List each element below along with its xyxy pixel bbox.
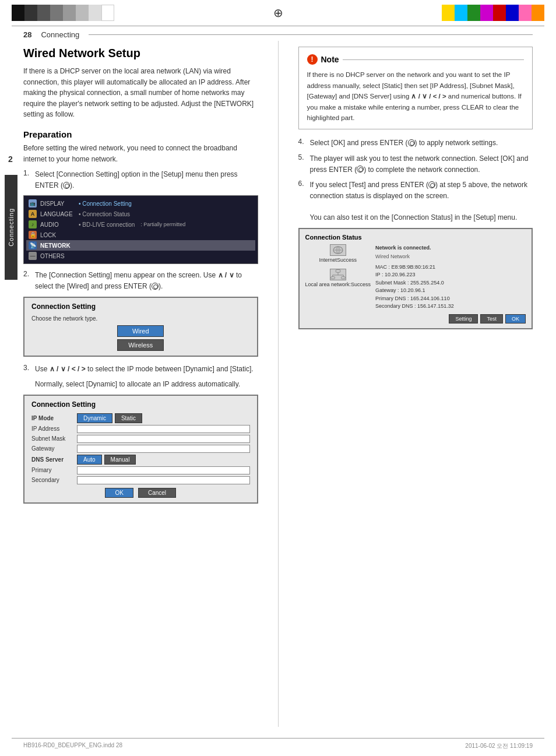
menu-row-lock: 🔒 LOCK xyxy=(26,230,255,240)
step-4: 4. Select [OK] and press ENTER () to app… xyxy=(298,138,533,149)
menu-row-language: A LANGUAGE • Connection Status xyxy=(26,209,255,219)
cancel-button[interactable]: Cancel xyxy=(138,488,176,498)
setting-button[interactable]: Setting xyxy=(449,314,478,324)
svg-rect-6 xyxy=(341,276,345,279)
conn-status-screenshot: Connection Status InternetSuccess xyxy=(298,228,533,329)
dns-server-row: DNS Server Auto Manual xyxy=(31,455,250,465)
color-swatch-pink xyxy=(519,5,532,21)
subnet-input[interactable] xyxy=(77,435,250,443)
page-header: 28 Connecting xyxy=(23,30,533,39)
conn-setting-choose: Choose the network type. xyxy=(31,315,250,322)
enter-circle-icon xyxy=(63,182,70,189)
menu-row-network: 📡 NETWORK xyxy=(26,240,255,251)
internet-icon xyxy=(330,244,346,256)
setup-menu-screenshot: 📺 DISPLAY • Connection Setting A LANGUAG… xyxy=(23,195,258,264)
dns-label: DNS Server xyxy=(31,456,72,463)
color-swatch-orange xyxy=(532,5,544,21)
page-footer: HB916-RD0_BDEUPPK_ENG.indd 28 2011-06-02… xyxy=(23,742,533,750)
footer-filename: HB916-RD0_BDEUPPK_ENG.indd 28 xyxy=(23,742,122,750)
step-1-text: Select [Connection Setting] option in th… xyxy=(35,169,258,191)
ip-mode-label: IP Mode xyxy=(31,415,72,421)
primary-input[interactable] xyxy=(77,466,250,474)
ip-address-row: IP Address xyxy=(31,425,250,433)
color-bar-left xyxy=(12,5,114,21)
subnet-row: Subnet Mask xyxy=(31,435,250,443)
page-section: Connecting xyxy=(41,30,79,39)
manual-button[interactable]: Manual xyxy=(104,455,136,465)
wired-button[interactable]: Wired xyxy=(117,325,164,337)
step-3-normal: Normally, select [Dynamic] to allocate a… xyxy=(35,379,258,390)
conn-status-buttons: Setting Test OK xyxy=(305,314,526,324)
wired-network-intro: If there is a DHCP server on the local a… xyxy=(23,66,258,120)
step-1: 1. Select [Connection Setting] option in… xyxy=(23,169,258,191)
color-swatch-magenta xyxy=(480,5,493,21)
internet-status-item: InternetSuccess xyxy=(305,244,371,263)
step-4-number: 4. xyxy=(298,138,307,149)
local-network-icon xyxy=(330,269,346,280)
color-swatch-cyan xyxy=(455,5,467,21)
network-icon: 📡 xyxy=(29,241,37,249)
gateway-row: Gateway xyxy=(31,445,250,453)
left-column: Wired Network Setup If there is a DHCP s… xyxy=(23,41,258,727)
note-header: ! Note xyxy=(307,53,525,66)
color-swatch-dk4 xyxy=(63,5,76,21)
auto-button[interactable]: Auto xyxy=(77,455,102,465)
svg-rect-5 xyxy=(331,276,335,279)
color-swatch-blue xyxy=(506,5,519,21)
step-3: 3. Use ∧ / ∨ / < / > to select the IP mo… xyxy=(23,364,258,375)
preparation-title: Preparation xyxy=(23,129,258,139)
wireless-button[interactable]: Wireless xyxy=(117,339,164,351)
note-exclamation-icon: ! xyxy=(307,54,318,65)
test-button[interactable]: Test xyxy=(480,314,503,324)
footer-timestamp: 2011-06-02 오전 11:09:19 xyxy=(465,742,533,750)
color-swatch-yellow xyxy=(442,5,455,21)
lock-icon: 🔒 xyxy=(29,231,37,239)
language-label: LANGUAGE xyxy=(40,211,75,217)
enter-circle-icon-5 xyxy=(357,166,364,173)
conn-setting-screenshot-1: Connection Setting Choose the network ty… xyxy=(23,297,258,357)
main-content: Wired Network Setup If there is a DHCP s… xyxy=(23,41,533,727)
conn-status-body: InternetSuccess xyxy=(305,244,526,311)
display-icon: 📺 xyxy=(29,199,37,208)
color-swatch-lt2 xyxy=(89,5,101,21)
chapter-tab-label: Connecting xyxy=(8,208,15,247)
static-button[interactable]: Static xyxy=(115,413,142,423)
secondary-input[interactable] xyxy=(77,476,250,484)
enter-circle-icon-4 xyxy=(408,139,415,146)
conn-status-title: Connection Status xyxy=(305,234,526,241)
conn-status-left: InternetSuccess xyxy=(305,244,371,311)
mac-text: MAC : E8:9B:9B:80:16:21 xyxy=(375,263,526,272)
dns-buttons: Auto Manual xyxy=(77,455,136,465)
step-6: 6. If you select [Test] and press ENTER … xyxy=(298,180,533,223)
language-option: • Connection Status xyxy=(79,211,130,217)
color-swatch-dk1 xyxy=(24,5,37,21)
preparation-text: Before setting the wired network, you ne… xyxy=(23,143,258,164)
note-text: If there is no DHCP server on the networ… xyxy=(307,69,525,123)
step-2-number: 2. xyxy=(23,270,31,291)
conn-setting-screenshot-2: Connection Setting IP Mode Dynamic Stati… xyxy=(23,395,258,504)
color-swatch-white xyxy=(101,5,114,21)
secondary-row: Secondary xyxy=(31,476,250,484)
others-label: OTHERS xyxy=(40,253,75,259)
ok-status-button[interactable]: OK xyxy=(505,314,526,324)
color-bar-right xyxy=(442,5,544,21)
subnet-label: Subnet Mask xyxy=(31,435,72,442)
ip-address-label: IP Address xyxy=(31,426,72,432)
ip-mode-buttons: Dynamic Static xyxy=(77,413,142,423)
gateway-text: Gateway : 10.20.96.1 xyxy=(375,287,526,295)
menu-row-others: — OTHERS xyxy=(26,251,255,261)
color-swatch-lt1 xyxy=(76,5,89,21)
ok-button[interactable]: OK xyxy=(105,488,133,498)
menu-row-audio: ♪ AUDIO • BD-LIVE connection : Partially… xyxy=(26,219,255,230)
audio-label: AUDIO xyxy=(40,221,75,228)
dynamic-button[interactable]: Dynamic xyxy=(77,413,112,423)
step-5: 5. The player will ask you to test the n… xyxy=(298,153,533,175)
ip-address-input[interactable] xyxy=(77,425,250,433)
gateway-input[interactable] xyxy=(77,445,250,453)
step-4-text: Select [OK] and press ENTER () to apply … xyxy=(310,138,533,149)
internet-svg xyxy=(332,245,344,255)
svg-rect-4 xyxy=(336,269,340,272)
step-3-number: 3. xyxy=(23,364,31,375)
enter-circle-icon-2 xyxy=(152,283,159,290)
others-icon: — xyxy=(29,252,37,260)
